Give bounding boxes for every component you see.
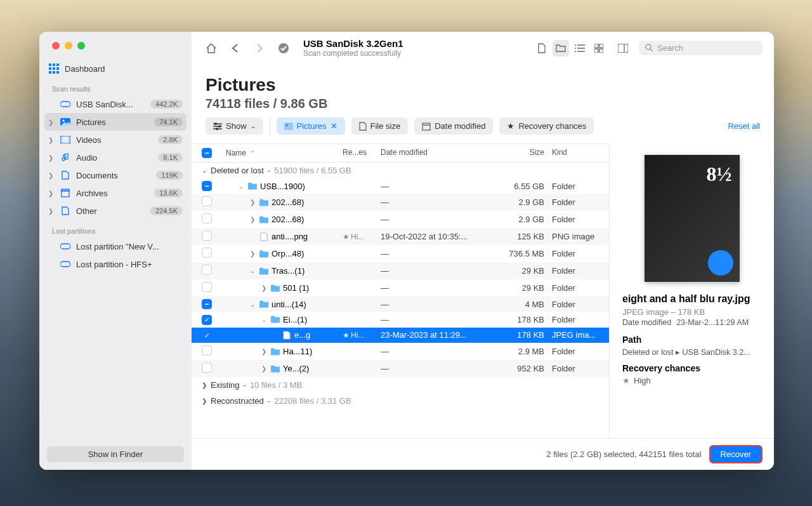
- cell-kind: PNG image: [552, 232, 609, 241]
- table-body[interactable]: ⌄ Deleted or lost - 51900 files / 6.55 G…: [192, 163, 609, 438]
- chevron-right-icon[interactable]: ❯: [48, 136, 55, 143]
- chevron-down-icon[interactable]: ⌄: [202, 167, 207, 174]
- th-size[interactable]: Size: [488, 148, 552, 158]
- sidebar-dashboard[interactable]: Dashboard: [39, 60, 192, 77]
- checkbox[interactable]: [202, 363, 212, 373]
- th-date[interactable]: Date modified: [381, 148, 488, 158]
- sidebar-label: Audio: [76, 153, 153, 163]
- filesize-filter-button[interactable]: File size: [351, 117, 409, 135]
- table-row[interactable]: ⌄Tras...(1)—29 KBFolder: [192, 262, 609, 279]
- filter-label: File size: [370, 121, 401, 131]
- recover-button[interactable]: Recover: [709, 445, 763, 463]
- sidebar-item-documents[interactable]: ❯ Documents 119K: [39, 166, 192, 184]
- chevron-right-icon[interactable]: ❯: [48, 154, 55, 161]
- sidebar-item-usb[interactable]: USB SanDisk... 442.2K: [39, 95, 192, 113]
- chevron-right-icon[interactable]: ❯: [48, 208, 55, 215]
- checkbox-master[interactable]: −: [202, 148, 212, 158]
- checkbox[interactable]: [202, 282, 212, 292]
- chevron-right-icon[interactable]: ❯: [48, 119, 55, 126]
- table-row[interactable]: ❯Ye...(2)—952 KBFolder: [192, 360, 609, 377]
- group-existing[interactable]: ❯ Existing - 10 files / 3 MB: [192, 377, 609, 393]
- minimize-icon[interactable]: [65, 42, 72, 50]
- table-row[interactable]: anti....png★Hi...19-Oct-2022 at 10:35:..…: [192, 228, 609, 245]
- maximize-icon[interactable]: [77, 42, 85, 50]
- show-in-finder-button[interactable]: Show in Finder: [47, 446, 184, 462]
- chevron-down-icon[interactable]: ⌄: [260, 316, 268, 323]
- reset-all-button[interactable]: Reset all: [728, 121, 760, 131]
- group-reconstructed[interactable]: ❯ Reconstructed - 22208 files / 3.31 GB: [192, 393, 609, 409]
- cell-size: 178 KB: [488, 330, 552, 340]
- chevron-right-icon[interactable]: ❯: [249, 216, 256, 223]
- filter-label: Recovery chances: [518, 121, 586, 131]
- table-row[interactable]: ❯202...68)—2.9 GBFolder: [192, 194, 609, 211]
- th-name[interactable]: Name⌃: [223, 148, 343, 158]
- sidebar-item-archives[interactable]: ❯ Archives 13.6K: [39, 184, 192, 202]
- chevron-right-icon[interactable]: ❯: [260, 284, 268, 291]
- sidebar-item-other[interactable]: ❯ Other 224.5K: [39, 202, 192, 220]
- sidebar-item-audio[interactable]: ❯ Audio 8.1K: [39, 149, 192, 166]
- chevron-right-icon[interactable]: ❯: [202, 382, 207, 389]
- checkbox-partial[interactable]: −: [202, 181, 212, 191]
- checkbox[interactable]: [202, 345, 212, 356]
- view-grid-button[interactable]: [591, 40, 607, 57]
- close-icon[interactable]: [52, 42, 60, 50]
- calendar-icon: [422, 122, 431, 131]
- file-name: unti...(14): [272, 300, 306, 309]
- th-check[interactable]: −: [192, 148, 223, 158]
- file-name: Ei...(1): [283, 315, 307, 324]
- forward-button[interactable]: [251, 40, 268, 57]
- table-row[interactable]: −⌄unti...(14)—4 MBFolder: [192, 296, 609, 312]
- table-row[interactable]: ✓e...g★Hi...23-Mar-2023 at 11:29...178 K…: [192, 328, 609, 343]
- cell-kind: Folder: [552, 347, 609, 356]
- chevron-right-icon[interactable]: ❯: [249, 199, 256, 206]
- checkbox-partial[interactable]: −: [202, 299, 212, 309]
- table-row[interactable]: ❯Orp...48)—736.5 MBFolder: [192, 245, 609, 262]
- sidebar-item-pictures[interactable]: ❯ Pictures 74.1K: [44, 113, 187, 131]
- checkbox-checked[interactable]: ✓: [202, 330, 212, 340]
- recovery-filter-button[interactable]: ★ Recovery chances: [499, 117, 594, 135]
- sidebar-lost-partition-2[interactable]: Lost partition - HFS+: [39, 255, 192, 273]
- back-button[interactable]: [227, 40, 244, 57]
- table-row[interactable]: ❯202...68)—2.9 GBFolder: [192, 211, 609, 228]
- table-row[interactable]: ❯501 (1)—29 KBFolder: [192, 279, 609, 296]
- th-kind[interactable]: Kind: [552, 148, 609, 158]
- search-placeholder: Search: [657, 43, 683, 53]
- chevron-right-icon[interactable]: ❯: [48, 190, 55, 197]
- chevron-right-icon[interactable]: ❯: [260, 348, 268, 355]
- sidebar-label: Lost partition - HFS+: [76, 260, 183, 269]
- group-deleted[interactable]: ⌄ Deleted or lost - 51900 files / 6.55 G…: [192, 163, 609, 178]
- view-folder-button[interactable]: [553, 40, 569, 57]
- table-row[interactable]: −⌄USB...1900)—6.55 GBFolder: [192, 178, 609, 194]
- chevron-right-icon[interactable]: ❯: [202, 397, 207, 404]
- toggle-sidebar-button[interactable]: [615, 40, 631, 57]
- chevron-right-icon[interactable]: ❯: [249, 250, 256, 257]
- chevron-down-icon[interactable]: ⌄: [249, 301, 256, 308]
- videos-icon: [60, 134, 71, 145]
- chevron-right-icon[interactable]: ❯: [48, 172, 55, 179]
- checkbox-checked[interactable]: ✓: [202, 315, 212, 325]
- file-name: USB...1900): [260, 182, 305, 191]
- checkbox[interactable]: [202, 248, 212, 258]
- pictures-filter-chip[interactable]: Pictures ✕: [277, 117, 345, 135]
- home-button[interactable]: [203, 40, 219, 57]
- show-filter-button[interactable]: Show ⌄: [206, 117, 263, 135]
- checkbox[interactable]: [202, 230, 212, 241]
- checkbox[interactable]: [202, 265, 212, 275]
- sidebar-item-videos[interactable]: ❯ Videos 2.8K: [39, 131, 192, 149]
- close-icon[interactable]: ✕: [331, 121, 337, 131]
- chevron-right-icon[interactable]: ❯: [260, 365, 268, 372]
- view-list-button[interactable]: [572, 40, 588, 57]
- search-input[interactable]: Search: [639, 41, 763, 55]
- checkbox[interactable]: [202, 196, 212, 206]
- th-recovery[interactable]: Re...es: [343, 148, 381, 158]
- svg-rect-28: [594, 49, 598, 53]
- chevron-down-icon[interactable]: ⌄: [249, 267, 256, 274]
- chevron-down-icon[interactable]: ⌄: [237, 183, 245, 190]
- table-row[interactable]: ✓⌄Ei...(1)—178 KBFolder: [192, 312, 609, 328]
- checkbox[interactable]: [202, 213, 212, 223]
- view-file-button[interactable]: [534, 40, 550, 57]
- table-row[interactable]: ❯Ha...11)—2.9 MBFolder: [192, 343, 609, 360]
- datemod-filter-button[interactable]: Date modified: [414, 117, 493, 135]
- sidebar-lost-partition-1[interactable]: Lost partition "New V...: [39, 237, 192, 255]
- svg-rect-17: [60, 244, 70, 249]
